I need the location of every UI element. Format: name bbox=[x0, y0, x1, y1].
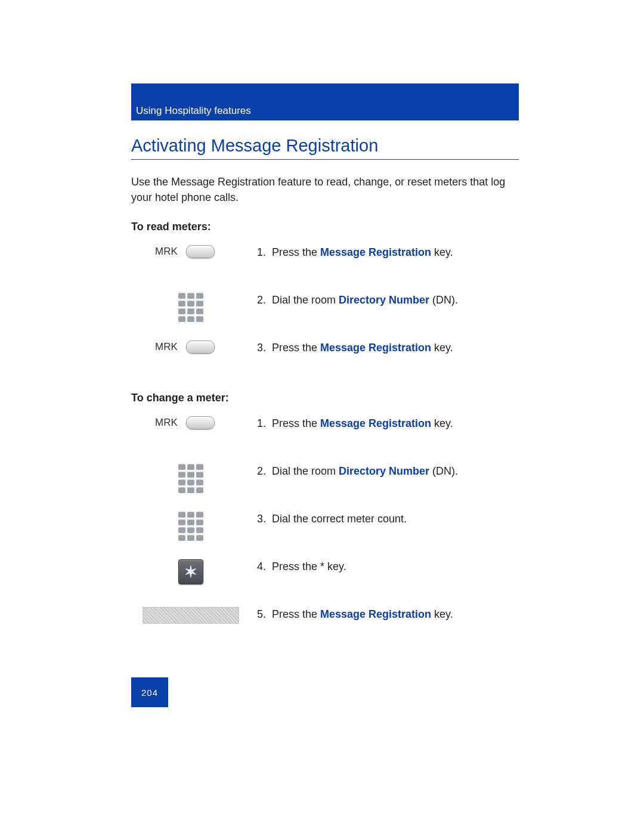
icon-column bbox=[131, 607, 250, 624]
step-text: Press the Message Registration key. bbox=[272, 340, 453, 355]
icon-column bbox=[131, 512, 250, 541]
change-step-2: 2. Dial the room Directory Number (DN). bbox=[131, 464, 519, 500]
step-number: 2. bbox=[250, 293, 272, 308]
step-number: 5. bbox=[250, 607, 272, 622]
icon-column: MRK bbox=[131, 245, 250, 258]
step-number: 1. bbox=[250, 416, 272, 431]
step-text: Dial the correct meter count. bbox=[272, 512, 407, 527]
read-step-1: MRK 1. Press the Message Registration ke… bbox=[131, 245, 519, 281]
soft-key-icon bbox=[186, 340, 215, 354]
section-header-text: Using Hospitality features bbox=[136, 105, 251, 117]
pattern-bar-icon bbox=[143, 607, 239, 624]
section-header: Using Hospitality features bbox=[131, 83, 519, 120]
step-number: 4. bbox=[250, 559, 272, 574]
page-title: Activating Message Registration bbox=[131, 136, 519, 160]
mrk-label: MRK bbox=[155, 246, 178, 258]
subheading-change-meter: To change a meter: bbox=[131, 392, 519, 404]
read-step-2: 2. Dial the room Directory Number (DN). bbox=[131, 293, 519, 329]
step-number: 1. bbox=[250, 245, 272, 260]
subheading-read-meters: To read meters: bbox=[131, 221, 519, 233]
intro-paragraph: Use the Message Registration feature to … bbox=[131, 174, 519, 205]
step-text: Press the * key. bbox=[272, 559, 346, 574]
change-step-5: 5. Press the Message Registration key. bbox=[131, 607, 519, 643]
keypad-icon bbox=[178, 512, 203, 541]
step-text: Press the Message Registration key. bbox=[272, 416, 453, 431]
keypad-icon bbox=[178, 293, 203, 322]
icon-column bbox=[131, 293, 250, 322]
page-number-box: 204 bbox=[131, 677, 168, 707]
mrk-label: MRK bbox=[155, 341, 178, 353]
step-text: Press the Message Registration key. bbox=[272, 245, 453, 260]
icon-column: MRK bbox=[131, 416, 250, 429]
step-number: 3. bbox=[250, 340, 272, 355]
change-step-4: ✶ 4. Press the * key. bbox=[131, 559, 519, 595]
step-number: 3. bbox=[250, 512, 272, 527]
icon-column: ✶ bbox=[131, 559, 250, 584]
step-text: Dial the room Directory Number (DN). bbox=[272, 293, 458, 308]
read-step-3: MRK 3. Press the Message Registration ke… bbox=[131, 340, 519, 376]
step-text: Press the Message Registration key. bbox=[272, 607, 453, 622]
mrk-label: MRK bbox=[155, 417, 178, 429]
icon-column: MRK bbox=[131, 340, 250, 354]
page-number: 204 bbox=[141, 688, 158, 698]
change-step-1: MRK 1. Press the Message Registration ke… bbox=[131, 416, 519, 452]
step-text: Dial the room Directory Number (DN). bbox=[272, 464, 458, 479]
step-number: 2. bbox=[250, 464, 272, 479]
soft-key-icon bbox=[186, 245, 215, 258]
soft-key-icon bbox=[186, 416, 215, 429]
change-step-3: 3. Dial the correct meter count. bbox=[131, 512, 519, 547]
star-key-icon: ✶ bbox=[178, 559, 203, 584]
icon-column bbox=[131, 464, 250, 493]
keypad-icon bbox=[178, 464, 203, 493]
